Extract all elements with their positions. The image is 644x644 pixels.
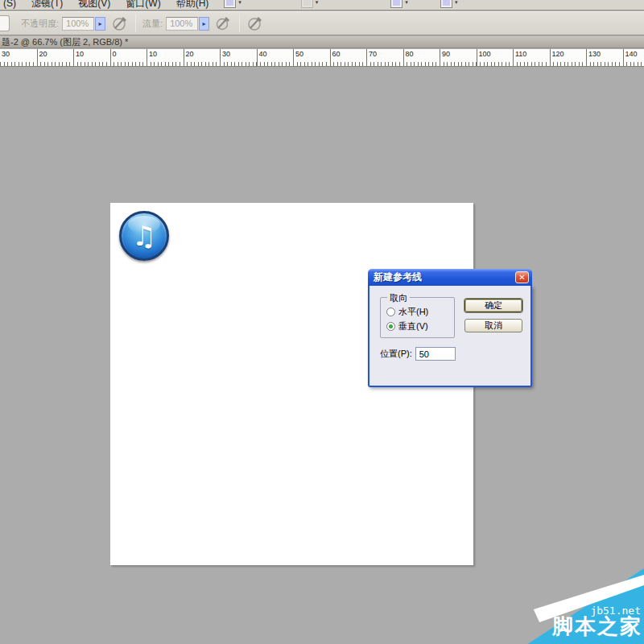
opacity-label: 不透明度: (21, 18, 59, 30)
ruler-tick-label: 70 (366, 49, 403, 66)
ruler-tick-label: 40 (257, 49, 294, 66)
photoshop-window: (S)滤镜(T)视图(V)窗口(W)帮助(H) ▾ ▾ ▾ ▾ 不透明度: 10… (0, 0, 644, 644)
ruler-tick-label: 30 (0, 49, 37, 66)
radio-checked-icon[interactable] (386, 322, 395, 331)
flow-label: 流量: (142, 18, 163, 30)
chevron-down-icon[interactable]: ▾ (405, 0, 408, 6)
ruler-tick-label: 110 (513, 49, 550, 66)
position-row: 位置(P): (380, 347, 456, 361)
options-separator (135, 14, 136, 32)
radio-horizontal[interactable]: 水平(H) (386, 306, 428, 318)
ruler-tick-label: 90 (440, 49, 477, 66)
ruler-tick-label: 0 (110, 49, 147, 66)
menu-item[interactable]: (S) (3, 0, 16, 9)
dialog-title: 新建参考线 (374, 270, 515, 284)
menu-bar: (S)滤镜(T)视图(V)窗口(W)帮助(H) ▾ ▾ ▾ ▾ (0, 0, 644, 10)
options-separator (239, 14, 240, 32)
zoom-level-icon[interactable] (301, 0, 313, 8)
menu-item[interactable]: 视图(V) (78, 0, 110, 9)
screen-mode-icon[interactable] (440, 0, 452, 8)
ruler-labels: 3020100102030405060708090100110120130140 (0, 49, 644, 66)
radio-vertical-label: 垂直(V) (398, 320, 428, 332)
flow-value[interactable]: 100% (166, 17, 198, 31)
tablet-pressure-size-icon[interactable] (246, 15, 262, 31)
horizontal-ruler[interactable]: 3020100102030405060708090100110120130140 (0, 49, 644, 67)
chevron-down-icon[interactable]: ▾ (455, 0, 458, 6)
watermark-site-url: jb51.net (590, 605, 641, 617)
menu-item[interactable]: 帮助(H) (176, 0, 209, 9)
chevron-down-icon[interactable]: ▾ (238, 0, 242, 6)
arrange-documents-icon[interactable] (390, 0, 402, 8)
orientation-group-label: 取向 (387, 292, 410, 304)
ok-button[interactable]: 确定 (464, 299, 522, 312)
watermark-fold (447, 564, 644, 644)
menu-item[interactable]: 滤镜(T) (31, 0, 63, 9)
watermark-brand: 脚本之家 (552, 613, 642, 641)
opacity-dropdown-arrow-icon[interactable]: ▸ (95, 17, 105, 31)
ruler-tick-label: 130 (586, 49, 623, 66)
ruler-tick-label: 50 (293, 49, 330, 66)
ruler-tick-label: 20 (37, 49, 74, 66)
itunes-music-icon: ♫ (119, 211, 169, 261)
ruler-tick-label: 140 (623, 49, 644, 66)
menu-items: (S)滤镜(T)视图(V)窗口(W)帮助(H) (3, 0, 224, 10)
tablet-pressure-opacity-icon[interactable] (111, 15, 127, 31)
radio-vertical[interactable]: 垂直(V) (386, 320, 428, 332)
ruler-tick-label: 120 (550, 49, 587, 66)
orientation-group: 取向 水平(H) 垂直(V) (380, 297, 455, 338)
radio-unchecked-icon[interactable] (386, 308, 395, 316)
document-title-bar[interactable]: 题-2 @ 66.7% (图层 2, RGB/8) * (0, 36, 644, 48)
ruler-tick-label: 30 (220, 49, 257, 66)
ruler-tick-label: 60 (330, 49, 367, 66)
new-guide-dialog: 新建参考线 ✕ 取向 水平(H) 垂直(V) 位置(P): 确定 取消 (368, 286, 532, 387)
watermark-ribbon (447, 564, 644, 644)
ruler-tick-label: 10 (73, 49, 110, 66)
ruler-tick-label: 80 (403, 49, 440, 66)
dialog-title-bar[interactable]: 新建参考线 ✕ (368, 269, 532, 286)
workspace: ♫ 新建参考线 ✕ 取向 水平(H) 垂直(V) 位置(P) (0, 68, 644, 644)
cancel-button[interactable]: 取消 (464, 319, 522, 332)
position-label: 位置(P): (380, 348, 412, 360)
ruler-tick-label: 100 (477, 49, 514, 66)
position-input[interactable] (415, 347, 456, 361)
tool-preset-picker[interactable] (0, 15, 10, 31)
ruler-tick-label: 10 (147, 49, 184, 66)
chevron-down-icon[interactable]: ▾ (316, 0, 319, 6)
radio-horizontal-label: 水平(H) (398, 306, 428, 318)
document-title: 题-2 @ 66.7% (图层 2, RGB/8) * (2, 37, 128, 47)
tool-options-bar: 不透明度: 100% ▸ 流量: 100% ▸ (0, 11, 644, 35)
ruler-tick-label: 20 (184, 49, 221, 66)
watermark: jb51.net 脚本之家 (447, 564, 644, 644)
gloss-highlight (128, 216, 160, 233)
opacity-value[interactable]: 100% (62, 17, 94, 31)
menu-item[interactable]: 窗口(W) (126, 0, 160, 9)
view-extras-icon[interactable] (224, 0, 236, 8)
airbrush-icon[interactable] (215, 15, 231, 31)
flow-dropdown-arrow-icon[interactable]: ▸ (199, 17, 209, 31)
close-icon[interactable]: ✕ (515, 271, 529, 283)
